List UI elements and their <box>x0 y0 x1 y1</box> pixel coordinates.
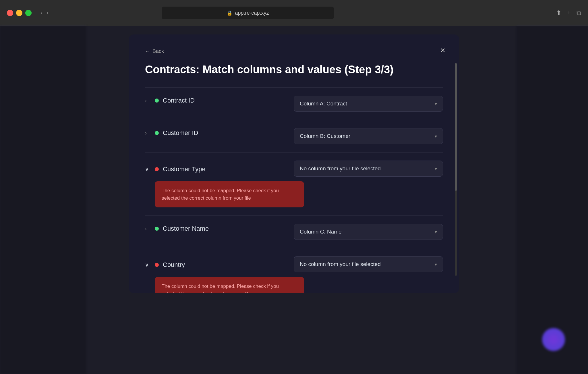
url-text: app.re-cap.xyz <box>235 10 269 16</box>
chevron-down-icon: ▾ <box>435 166 437 171</box>
new-tab-icon[interactable]: + <box>567 9 571 17</box>
chevron-down-icon: ▾ <box>435 229 437 235</box>
dropdown-value-country: No column from your file selected <box>300 261 381 267</box>
lock-icon: 🔒 <box>227 10 233 16</box>
dropdown-value-customer-type: No column from your file selected <box>300 165 381 172</box>
error-text-country: The column could not be mapped. Please c… <box>162 284 279 293</box>
back-button[interactable]: ← Back <box>145 48 164 54</box>
chevron-down-icon: ▾ <box>435 134 437 139</box>
dropdown-country[interactable]: No column from your file selected ▾ <box>294 256 443 272</box>
field-left-customer-id: › Customer ID <box>145 128 294 137</box>
status-dot-country <box>155 263 159 267</box>
field-row-contract-id: › Contract ID Column A: Contract ▾ <box>145 87 443 120</box>
expand-chevron-customer-name[interactable]: › <box>145 226 151 232</box>
chevron-down-icon: ▾ <box>435 262 437 267</box>
field-right-customer-type: No column from your file selected ▾ <box>294 161 443 177</box>
page-background: ← Back × Contracts: Match columns and va… <box>0 26 588 374</box>
error-banner-country: The column could not be mapped. Please c… <box>155 277 304 293</box>
close-button[interactable] <box>7 10 13 16</box>
field-left-customer-type: ∨ Customer Type <box>145 164 294 173</box>
browser-chrome: ‹ › 🔒 app.re-cap.xyz ⬆ + ⧉ <box>0 0 588 26</box>
status-dot-customer-name <box>155 227 159 231</box>
field-row-customer-name: › Customer Name Column C: Name ▾ <box>145 215 443 248</box>
dropdown-value-contract-id: Column A: Contract <box>300 101 347 107</box>
back-label: Back <box>152 48 164 54</box>
chevron-down-icon: ▾ <box>435 101 437 107</box>
field-label-customer-id: Customer ID <box>163 129 198 137</box>
expand-chevron-customer-type[interactable]: ∨ <box>145 166 151 172</box>
field-right-contract-id: Column A: Contract ▾ <box>294 96 443 112</box>
field-left-customer-name: › Customer Name <box>145 224 294 232</box>
error-text-customer-type: The column could not be mapped. Please c… <box>162 188 279 201</box>
dropdown-customer-id[interactable]: Column B: Customer ▾ <box>294 128 443 144</box>
purple-blob-button[interactable] <box>542 328 565 351</box>
field-label-customer-type: Customer Type <box>163 165 206 173</box>
field-label-country: Country <box>163 261 185 269</box>
field-row-customer-id: › Customer ID Column B: Customer ▾ <box>145 120 443 152</box>
back-nav-button[interactable]: ‹ <box>41 9 43 17</box>
modal-overlay: ← Back × Contracts: Match columns and va… <box>0 26 588 374</box>
modal: ← Back × Contracts: Match columns and va… <box>129 34 459 293</box>
field-left-contract-id: › Contract ID <box>145 96 294 104</box>
address-bar[interactable]: 🔒 app.re-cap.xyz <box>162 7 334 19</box>
browser-nav: ‹ › <box>41 9 49 17</box>
expand-chevron-customer-id[interactable]: › <box>145 130 151 136</box>
error-banner-customer-type: The column could not be mapped. Please c… <box>155 181 304 207</box>
dropdown-value-customer-id: Column B: Customer <box>300 133 350 139</box>
tabs-icon[interactable]: ⧉ <box>577 9 581 17</box>
scroll-indicator <box>455 63 457 276</box>
field-right-country: No column from your file selected ▾ <box>294 256 443 272</box>
field-row-country: ∨ Country No column from your file selec… <box>145 248 443 293</box>
share-icon[interactable]: ⬆ <box>556 9 561 17</box>
expand-chevron-contract-id[interactable]: › <box>145 98 151 104</box>
traffic-lights <box>7 10 32 16</box>
browser-right-controls: ⬆ + ⧉ <box>556 9 581 17</box>
fullscreen-button[interactable] <box>25 10 32 16</box>
dropdown-contract-id[interactable]: Column A: Contract ▾ <box>294 96 443 112</box>
field-right-customer-name: Column C: Name ▾ <box>294 224 443 240</box>
close-button[interactable]: × <box>440 46 445 55</box>
field-label-contract-id: Contract ID <box>163 97 195 104</box>
dropdown-customer-name[interactable]: Column C: Name ▾ <box>294 224 443 240</box>
field-left-country: ∨ Country <box>145 260 294 269</box>
back-arrow-icon: ← <box>145 48 150 54</box>
expand-chevron-country[interactable]: ∨ <box>145 262 151 268</box>
modal-title: Contracts: Match columns and values (Ste… <box>145 63 443 76</box>
status-dot-contract-id <box>155 99 159 103</box>
status-dot-customer-type <box>155 167 159 171</box>
dropdown-customer-type[interactable]: No column from your file selected ▾ <box>294 161 443 177</box>
dropdown-value-customer-name: Column C: Name <box>300 229 342 235</box>
minimize-button[interactable] <box>16 10 22 16</box>
scroll-thumb <box>455 63 457 191</box>
field-label-customer-name: Customer Name <box>163 225 209 232</box>
forward-nav-button[interactable]: › <box>46 9 48 17</box>
status-dot-customer-id <box>155 131 159 135</box>
field-right-customer-id: Column B: Customer ▾ <box>294 128 443 144</box>
field-row-customer-type: ∨ Customer Type No column from your file… <box>145 152 443 215</box>
